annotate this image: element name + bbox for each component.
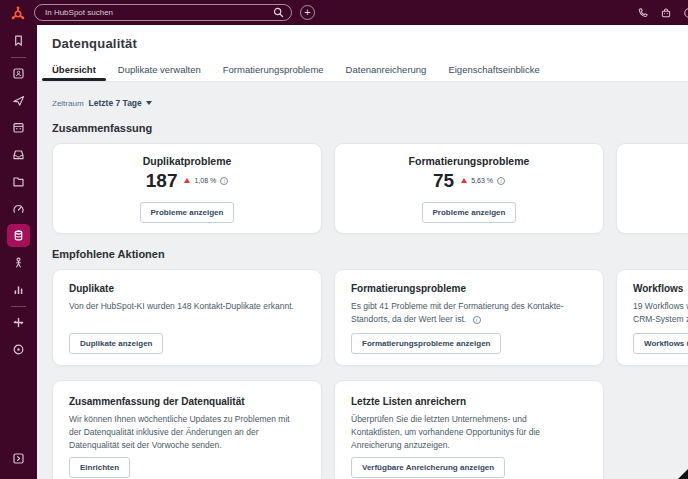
hubspot-logo-icon[interactable] [6,5,30,21]
global-search-input[interactable]: In HubSpot suchen [34,4,292,21]
actions-heading: Empfohlene Aktionen [52,248,688,260]
search-icon [273,7,284,18]
timeframe-select[interactable]: Letzte 7 Tage [89,98,142,108]
tab-duplikate-verwalten[interactable]: Duplikate verwalten [107,58,212,81]
info-icon[interactable]: i [473,316,481,324]
duplicate-issues-card: Duplikatprobleme 187 1,08 % i Probleme a… [52,143,322,234]
show-issues-button[interactable]: Probleme anzeigen [140,202,235,223]
sidebar-divider [11,306,26,307]
card-title: Zusammenfassung der Datenqualität [69,396,305,407]
calendar-icon[interactable] [7,116,30,139]
chevron-down-icon [146,101,152,105]
tray-icon[interactable] [7,143,30,166]
phone-icon[interactable] [637,7,649,19]
card-title: Formatierungsprobleme [409,155,530,167]
page-title: Datenqualität [52,36,137,51]
corner-resize-handle [678,469,688,479]
workflows-action-card: Workflows 19 Workflows werde CRM-System … [616,269,688,366]
data-quality-summary-card: Zusammenfassung der Datenqualität Wir kö… [52,380,322,479]
timeframe-label: Zeitraum [52,99,84,108]
set-up-button[interactable]: Einrichten [69,457,130,478]
main-content: Zeitraum Letzte 7 Tage Zusammenfassung D… [37,82,688,479]
show-duplicates-button[interactable]: Duplikate anzeigen [69,333,163,354]
timeframe-row: Zeitraum Letzte 7 Tage [52,98,688,108]
card-title: Letzte Listen anreichern [351,396,587,407]
plus-sync-icon[interactable] [7,311,30,334]
clock-icon[interactable] [683,7,688,19]
show-issues-button[interactable]: Probleme anzeigen [422,202,517,223]
duplicate-issues-count: 187 [146,170,178,192]
delta-value: 5,63 % [471,177,493,184]
search-placeholder-text: In HubSpot suchen [45,8,113,17]
gauge-icon[interactable] [7,197,30,220]
card-body: Wir können Ihnen wöchentliche Updates zu… [69,413,297,453]
actions-card-row: Duplikate Von der HubSpot-KI wurden 148 … [52,269,688,366]
bar-chart-icon[interactable] [7,278,30,301]
tab-datenanreicherung[interactable]: Datenanreicherung [335,58,438,81]
person-icon[interactable] [7,251,30,274]
card-body: Überprüfen Sie die letzten Unternehmens-… [351,413,579,453]
card-body: Von der HubSpot-KI wurden 148 Kontakt-Du… [69,300,297,313]
paper-plane-icon[interactable] [7,89,30,112]
show-formatting-issues-button[interactable]: Formatierungsprobleme anzeigen [351,333,501,354]
page-header: Datenqualität Übersicht Duplikate verwal… [37,25,688,82]
show-enrichment-button[interactable]: Verfügbare Anreicherung anzeigen [351,457,505,478]
left-navigation-sidebar [0,25,37,479]
formatting-issues-card: Formatierungsprobleme 75 5,63 % i Proble… [334,143,604,234]
delta-up-icon [184,178,190,183]
tab-formatierungsprobleme[interactable]: Formatierungsprobleme [212,58,335,81]
formatting-issues-count: 75 [433,170,454,192]
tab-bar: Übersicht Duplikate verwalten Formatieru… [41,58,551,81]
bookmark-icon[interactable] [7,29,30,52]
top-navigation-bar: In HubSpot suchen + [0,0,688,25]
info-icon[interactable]: i [497,177,505,185]
card-title: Formatierungsprobleme [351,283,587,294]
enrich-lists-card: Letzte Listen anreichern Überprüfen Sie … [334,380,604,479]
folder-icon[interactable] [7,170,30,193]
card-body: Es gibt 41 Probleme mit der Formatierung… [351,300,579,326]
target-icon[interactable] [7,338,30,361]
card-body: 19 Workflows werde CRM-System zu sch [633,300,688,326]
summary-heading: Zusammenfassung [52,122,688,134]
create-button[interactable]: + [300,5,315,20]
delta-up-icon [461,178,467,183]
contact-card-icon[interactable] [7,62,30,85]
database-icon[interactable] [7,224,30,247]
info-icon[interactable]: i [220,177,228,185]
formatting-action-card: Formatierungsprobleme Es gibt 41 Problem… [334,269,604,366]
sidebar-divider [11,57,26,58]
marketplace-icon[interactable] [660,7,672,19]
bottom-card-row: Zusammenfassung der Datenqualität Wir kö… [52,380,688,479]
scan-status-card: Scannen, [616,143,688,234]
review-workflows-button[interactable]: Workflows übe [633,333,688,354]
collapse-icon[interactable] [7,447,30,470]
card-title: Workflows [633,283,688,294]
duplicates-action-card: Duplikate Von der HubSpot-KI wurden 148 … [52,269,322,366]
tab-eigenschaftseinblicke[interactable]: Eigenschaftseinblicke [437,58,550,81]
delta-value: 1,08 % [194,177,216,184]
card-title: Duplikatprobleme [143,155,232,167]
summary-card-row: Duplikatprobleme 187 1,08 % i Probleme a… [52,143,688,234]
card-title: Duplikate [69,283,305,294]
tab-uebersicht[interactable]: Übersicht [41,58,107,81]
